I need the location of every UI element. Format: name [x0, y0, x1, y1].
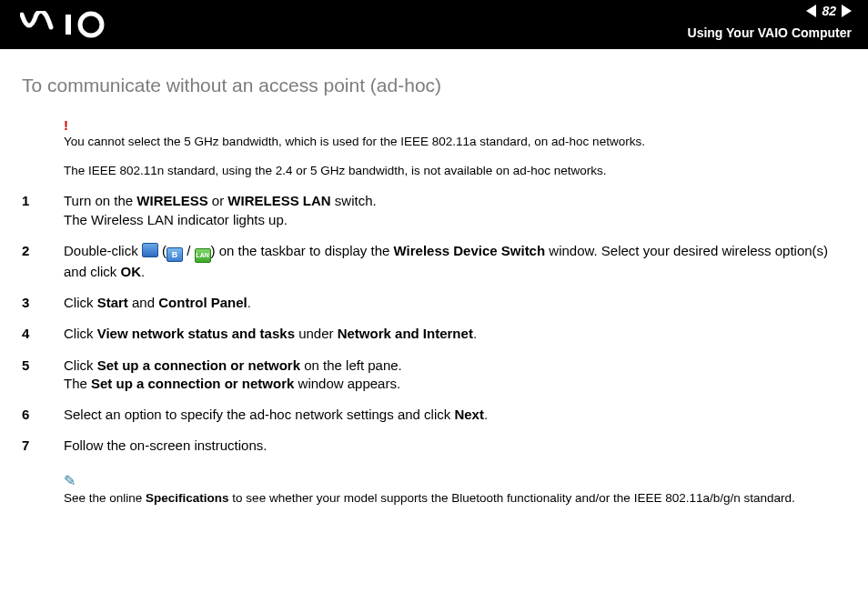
alert-text-1: You cannot select the 5 GHz bandwidth, w… — [64, 134, 846, 150]
text-bold: Specifications — [146, 491, 229, 505]
alert-icon: ! — [64, 118, 846, 132]
text: Select an option to specify the ad-hoc n… — [64, 407, 454, 422]
step-2: Double-click (B / LAN) on the taskbar to… — [22, 242, 846, 281]
text: ) on the taskbar to display the — [211, 243, 394, 258]
text: . — [141, 264, 145, 279]
note-pencil-icon: ✎ — [64, 474, 76, 488]
text: Click — [64, 326, 97, 341]
step-6: Select an option to specify the ad-hoc n… — [22, 406, 846, 424]
text: Follow the on-screen instructions. — [64, 437, 267, 453]
text: to see whether your model supports the B… — [229, 491, 795, 505]
footnote-block: ✎ See the online Specifications to see w… — [64, 474, 846, 507]
footnote-text: See the online Specifications to see whe… — [64, 490, 846, 507]
text: Turn on the — [64, 193, 136, 208]
bluetooth-icon: B — [167, 247, 183, 262]
text-bold: Start — [97, 295, 128, 310]
page-nav: 82 — [806, 4, 852, 18]
text-bold: Wireless Device Switch — [394, 243, 546, 258]
text-bold: OK — [121, 264, 142, 279]
svg-rect-0 — [66, 15, 71, 35]
alert-text-2: The IEEE 802.11n standard, using the 2.4… — [64, 163, 846, 179]
text: . — [247, 295, 251, 310]
alert-block: ! You cannot select the 5 GHz bandwidth,… — [64, 118, 846, 179]
page-content: To communicate without an access point (… — [0, 49, 868, 541]
step-3: Click Start and Control Panel. — [22, 294, 846, 312]
step-7: Follow the on-screen instructions. — [22, 437, 846, 455]
step-4: Click View network status and tasks unde… — [22, 325, 846, 343]
text: Click — [64, 357, 97, 373]
text: window appears. — [294, 376, 400, 391]
text-bold: View network status and tasks — [97, 326, 295, 341]
text: ( — [158, 243, 167, 258]
text: See the online — [64, 491, 146, 505]
lan-icon: LAN — [195, 248, 211, 263]
text: The Wireless LAN indicator lights up. — [64, 212, 288, 227]
text-bold: Set up a connection or network — [91, 376, 294, 391]
text-bold: Set up a connection or network — [97, 357, 300, 373]
text-bold: WIRELESS — [136, 193, 207, 208]
text: . — [484, 407, 488, 422]
vaio-logo — [20, 11, 129, 41]
text-bold: Control Panel — [158, 295, 247, 310]
text: or — [208, 193, 228, 208]
header-bar: 82 Using Your VAIO Computer — [0, 0, 868, 49]
text: under — [295, 326, 338, 341]
text-bold: WIRELESS LAN — [227, 193, 330, 208]
step-5: Click Set up a connection or network on … — [22, 357, 846, 394]
text: The — [64, 376, 91, 391]
text-bold: Network and Internet — [338, 326, 473, 341]
prev-page-arrow-icon[interactable] — [806, 5, 816, 17]
text: Double-click — [64, 243, 142, 258]
page-number: 82 — [822, 4, 836, 18]
taskbar-wireless-icon — [142, 243, 158, 257]
text: . — [473, 326, 477, 341]
section-title: Using Your VAIO Computer — [688, 25, 852, 40]
text: on the left pane. — [300, 357, 402, 373]
text: switch. — [331, 193, 377, 208]
text: and — [128, 295, 158, 310]
svg-point-1 — [80, 14, 102, 35]
text-bold: Next — [454, 407, 484, 422]
text: Click — [64, 295, 97, 310]
step-1: Turn on the WIRELESS or WIRELESS LAN swi… — [22, 192, 846, 229]
next-page-arrow-icon[interactable] — [842, 5, 852, 17]
text: / — [183, 243, 195, 258]
page-heading: To communicate without an access point (… — [22, 75, 846, 96]
steps-list: Turn on the WIRELESS or WIRELESS LAN swi… — [22, 192, 846, 455]
